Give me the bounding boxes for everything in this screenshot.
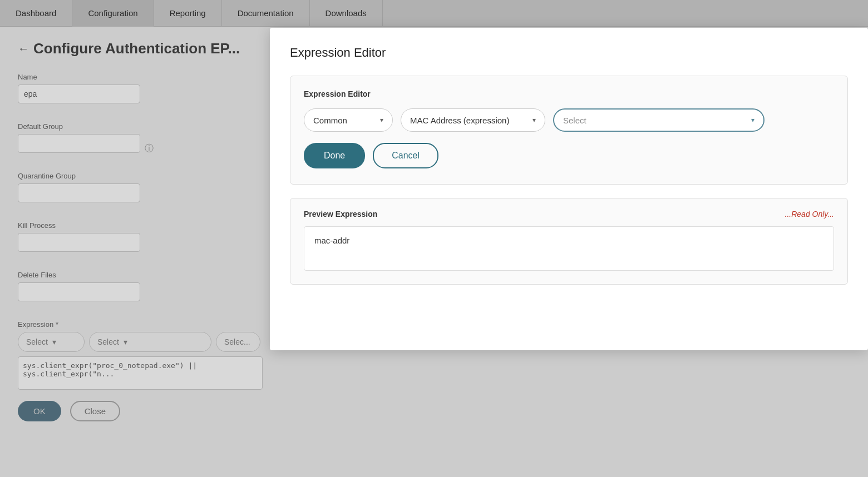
read-only-badge: ...Read Only...	[785, 210, 834, 218]
chevron-down-icon: ▾	[751, 116, 754, 124]
expression-editor-modal: Expression Editor Expression Editor Comm…	[270, 28, 868, 350]
editor-section: Expression Editor Common ▾ MAC Address (…	[290, 76, 848, 185]
chevron-down-icon: ▾	[380, 116, 383, 124]
common-dropdown-label: Common	[313, 116, 347, 125]
editor-dropdowns-row: Common ▾ MAC Address (expression) ▾ Sele…	[304, 108, 834, 132]
select-dropdown-label: Select	[563, 116, 586, 125]
chevron-down-icon: ▾	[532, 116, 536, 124]
preview-label: Preview Expression	[304, 210, 377, 218]
preview-content-area: mac-addr	[304, 226, 834, 271]
select-dropdown[interactable]: Select ▾	[553, 108, 765, 132]
cancel-button[interactable]: Cancel	[373, 143, 438, 168]
modal-title: Expression Editor	[290, 46, 848, 60]
preview-section: Preview Expression ...Read Only... mac-a…	[290, 198, 848, 285]
mac-address-dropdown[interactable]: MAC Address (expression) ▾	[401, 108, 545, 132]
editor-action-buttons: Done Cancel	[304, 143, 834, 168]
preview-header: Preview Expression ...Read Only...	[304, 210, 834, 218]
done-button[interactable]: Done	[304, 143, 365, 168]
common-dropdown[interactable]: Common ▾	[304, 108, 393, 132]
mac-address-dropdown-label: MAC Address (expression)	[410, 116, 509, 125]
preview-expression-text: mac-addr	[314, 236, 349, 245]
editor-section-label: Expression Editor	[304, 90, 834, 98]
